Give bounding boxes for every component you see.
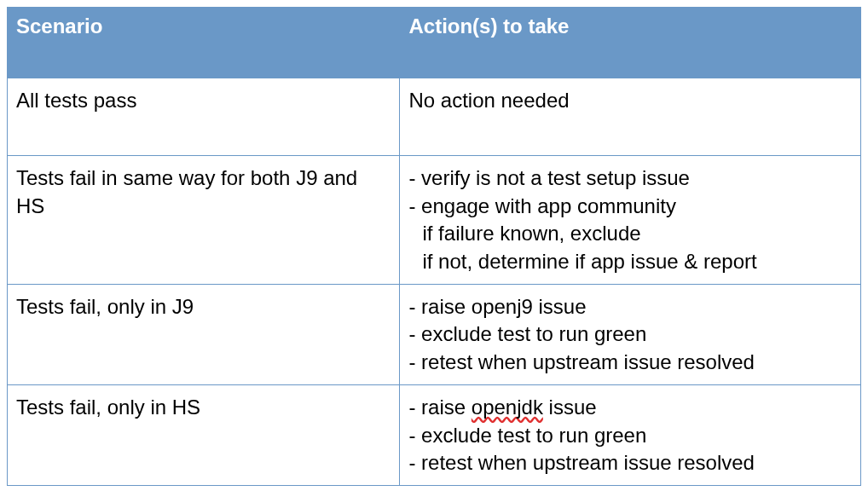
action-line: - exclude test to run green xyxy=(408,321,852,348)
action-line: - raise openjdk issue xyxy=(408,394,852,421)
action-line: - retest when upstream issue resolved xyxy=(408,349,852,376)
actions-cell: - raise openjdk issue- exclude test to r… xyxy=(400,385,861,486)
action-line: No action needed xyxy=(408,87,852,114)
action-line: if not, determine if app issue & report xyxy=(408,248,852,275)
scenario-cell: Tests fail, only in J9 xyxy=(8,284,400,384)
table-row: Tests fail in same way for both J9 and H… xyxy=(8,156,861,285)
actions-cell: - raise openj9 issue- exclude test to ru… xyxy=(400,284,861,384)
table-row: Tests fail, only in J9- raise openj9 iss… xyxy=(8,284,861,384)
scenario-actions-table: Scenario Action(s) to take All tests pas… xyxy=(7,7,861,486)
action-line: if failure known, exclude xyxy=(408,220,852,247)
action-line: - retest when upstream issue resolved xyxy=(408,449,852,477)
table-header-row: Scenario Action(s) to take xyxy=(8,8,861,78)
scenario-cell: Tests fail, only in HS xyxy=(8,385,400,486)
action-line: - verify is not a test setup issue xyxy=(408,165,852,192)
actions-cell: No action needed xyxy=(400,78,861,156)
table-row: All tests passNo action needed xyxy=(8,78,861,156)
scenario-cell: Tests fail in same way for both J9 and H… xyxy=(8,156,400,285)
header-scenario: Scenario xyxy=(8,8,400,78)
table-row: Tests fail, only in HS- raise openjdk is… xyxy=(8,385,861,486)
action-line: - raise openj9 issue xyxy=(408,293,852,321)
actions-cell: - verify is not a test setup issue- enga… xyxy=(400,156,861,285)
action-line: - exclude test to run green xyxy=(408,422,852,449)
scenario-cell: All tests pass xyxy=(8,78,400,156)
header-actions: Action(s) to take xyxy=(400,8,861,78)
action-line: - engage with app community xyxy=(408,193,852,220)
